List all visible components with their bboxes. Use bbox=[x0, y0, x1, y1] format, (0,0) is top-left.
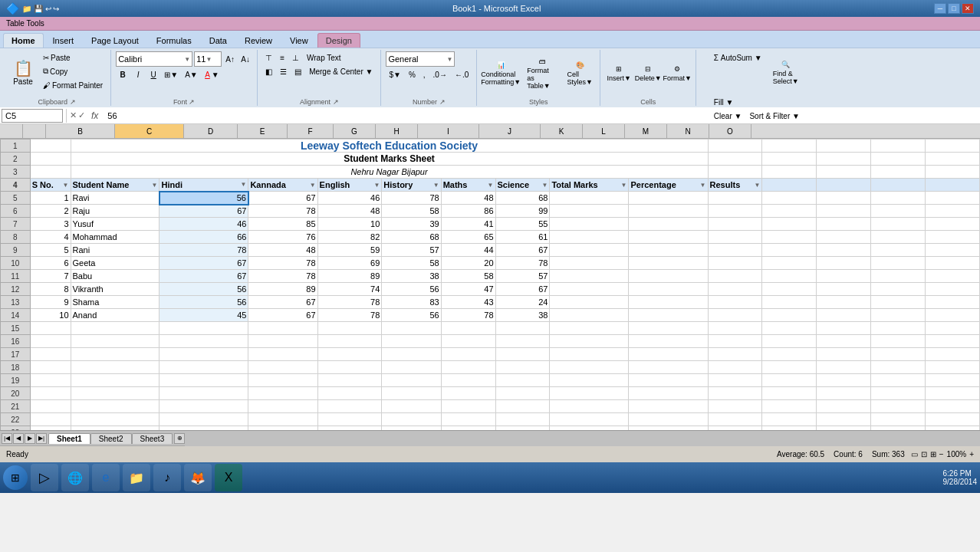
format-as-table-button[interactable]: 🗃 Formatas Table▼ bbox=[523, 52, 561, 95]
cell-C8[interactable]: 66 bbox=[159, 231, 248, 244]
col-header-J[interactable]: J bbox=[479, 124, 541, 138]
cell-reference-box[interactable]: C5 bbox=[2, 109, 63, 123]
header-sno-arrow[interactable]: ▼ bbox=[63, 182, 69, 189]
empty-cell-19-0[interactable] bbox=[30, 374, 71, 387]
empty-cell-15-6[interactable] bbox=[441, 322, 495, 335]
taskbar-mediaplayer[interactable]: ▷ bbox=[31, 464, 58, 491]
cell-J5[interactable] bbox=[629, 192, 708, 205]
empty-cell-15-5[interactable] bbox=[382, 322, 441, 335]
empty-cell-16-5[interactable] bbox=[382, 335, 441, 348]
empty-cell-15-9[interactable] bbox=[629, 322, 708, 335]
cell-B11[interactable]: Babu bbox=[71, 270, 159, 283]
cell-E9[interactable]: 59 bbox=[317, 244, 382, 257]
cell-K6[interactable] bbox=[708, 205, 762, 218]
cell-E14[interactable]: 78 bbox=[317, 309, 382, 322]
cell-B5[interactable]: Ravi bbox=[71, 192, 159, 205]
empty-cell-22-3[interactable] bbox=[248, 413, 317, 426]
fill-color-button[interactable]: A▼ bbox=[182, 68, 200, 80]
cell-A14[interactable]: 10 bbox=[30, 309, 71, 322]
empty-cell-17-6[interactable] bbox=[441, 348, 495, 361]
cell-L3[interactable] bbox=[762, 166, 817, 179]
cell-extra-7-0[interactable] bbox=[762, 218, 817, 231]
empty-cell-17-2[interactable] bbox=[159, 348, 248, 361]
empty-cell-20-6[interactable] bbox=[441, 387, 495, 400]
paste-button[interactable]: 📋 Paste bbox=[8, 51, 38, 94]
empty-cell-15-1[interactable] bbox=[71, 322, 159, 335]
empty-cell-16-0[interactable] bbox=[30, 335, 71, 348]
header-blank4[interactable] bbox=[925, 179, 979, 192]
insert-sheet-button[interactable]: ⊕ bbox=[174, 433, 185, 444]
cell-E10[interactable]: 69 bbox=[317, 257, 382, 270]
delete-button[interactable]: ⊟ Delete▼ bbox=[634, 52, 662, 95]
cell-A3[interactable] bbox=[30, 166, 71, 179]
tab-review[interactable]: Review bbox=[236, 33, 281, 48]
taskbar-browser1[interactable]: 🌐 bbox=[61, 464, 89, 491]
empty-cell-17-14[interactable] bbox=[925, 348, 979, 361]
cell-extra-10-0[interactable] bbox=[762, 257, 817, 270]
empty-cell-18-0[interactable] bbox=[30, 361, 71, 374]
cell-I9[interactable] bbox=[550, 244, 629, 257]
empty-cell-19-6[interactable] bbox=[441, 374, 495, 387]
empty-cell-20-10[interactable] bbox=[708, 387, 762, 400]
empty-cell-23-0[interactable] bbox=[30, 426, 71, 431]
empty-cell-16-10[interactable] bbox=[708, 335, 762, 348]
cell-extra-10-1[interactable] bbox=[817, 257, 871, 270]
cell-B7[interactable]: Yusuf bbox=[71, 218, 159, 231]
empty-cell-21-0[interactable] bbox=[30, 400, 71, 413]
align-center-button[interactable]: ☰ bbox=[277, 65, 290, 77]
sheet-nav-first[interactable]: |◀ bbox=[2, 433, 12, 444]
cell-B14[interactable]: Anand bbox=[71, 309, 159, 322]
cell-I7[interactable] bbox=[550, 218, 629, 231]
header-english-arrow[interactable]: ▼ bbox=[373, 182, 380, 189]
empty-cell-21-4[interactable] bbox=[317, 400, 382, 413]
empty-cell-15-0[interactable] bbox=[30, 322, 71, 335]
cell-H13[interactable]: 24 bbox=[495, 296, 550, 309]
cell-F9[interactable]: 57 bbox=[382, 244, 441, 257]
cell-title2[interactable]: Student Marks Sheet bbox=[71, 153, 708, 166]
cell-A12[interactable]: 8 bbox=[30, 283, 71, 296]
cell-A10[interactable]: 6 bbox=[30, 257, 71, 270]
empty-cell-15-14[interactable] bbox=[925, 322, 979, 335]
cell-extra-14-3[interactable] bbox=[925, 309, 979, 322]
align-middle-button[interactable]: ≡ bbox=[277, 51, 288, 64]
cell-extra-9-3[interactable] bbox=[925, 244, 979, 257]
col-header-C[interactable]: C bbox=[115, 124, 184, 138]
cell-B6[interactable]: Raju bbox=[71, 205, 159, 218]
empty-cell-21-2[interactable] bbox=[159, 400, 248, 413]
header-kannada[interactable]: Kannada▼ bbox=[248, 179, 317, 192]
sheet-tab-2[interactable]: Sheet2 bbox=[90, 433, 132, 444]
empty-cell-18-3[interactable] bbox=[248, 361, 317, 374]
empty-cell-23-11[interactable] bbox=[762, 426, 817, 431]
cell-C7[interactable]: 46 bbox=[159, 218, 248, 231]
header-blank1[interactable] bbox=[762, 179, 817, 192]
empty-cell-16-12[interactable] bbox=[817, 335, 871, 348]
cell-N1[interactable] bbox=[871, 140, 926, 153]
empty-cell-15-7[interactable] bbox=[495, 322, 550, 335]
cell-G6[interactable]: 86 bbox=[441, 205, 495, 218]
cell-E5[interactable]: 46 bbox=[317, 192, 382, 205]
cell-extra-10-3[interactable] bbox=[925, 257, 979, 270]
empty-cell-23-2[interactable] bbox=[159, 426, 248, 431]
normal-view-button[interactable]: ▭ bbox=[911, 450, 918, 458]
cell-extra-9-0[interactable] bbox=[762, 244, 817, 257]
empty-cell-22-13[interactable] bbox=[871, 413, 926, 426]
align-left-button[interactable]: ◧ bbox=[262, 65, 275, 77]
empty-cell-15-3[interactable] bbox=[248, 322, 317, 335]
cell-extra-14-0[interactable] bbox=[762, 309, 817, 322]
col-header-K[interactable]: K bbox=[541, 124, 583, 138]
cell-A13[interactable]: 9 bbox=[30, 296, 71, 309]
cell-D8[interactable]: 76 bbox=[248, 231, 317, 244]
cell-E6[interactable]: 48 bbox=[317, 205, 382, 218]
header-sno[interactable]: S No.▼ bbox=[30, 179, 71, 192]
number-launcher[interactable]: ↗ bbox=[439, 98, 446, 106]
empty-cell-17-7[interactable] bbox=[495, 348, 550, 361]
col-header-A[interactable] bbox=[23, 124, 46, 138]
cell-K11[interactable] bbox=[708, 270, 762, 283]
empty-cell-23-4[interactable] bbox=[317, 426, 382, 431]
font-size-dropdown[interactable]: 11 ▼ bbox=[194, 51, 222, 67]
cell-I14[interactable] bbox=[550, 309, 629, 322]
cell-K13[interactable] bbox=[708, 296, 762, 309]
taskbar-excel[interactable]: X bbox=[215, 464, 242, 491]
cell-K1[interactable] bbox=[708, 140, 762, 153]
confirm-formula-icon[interactable]: ✓ bbox=[78, 110, 85, 120]
